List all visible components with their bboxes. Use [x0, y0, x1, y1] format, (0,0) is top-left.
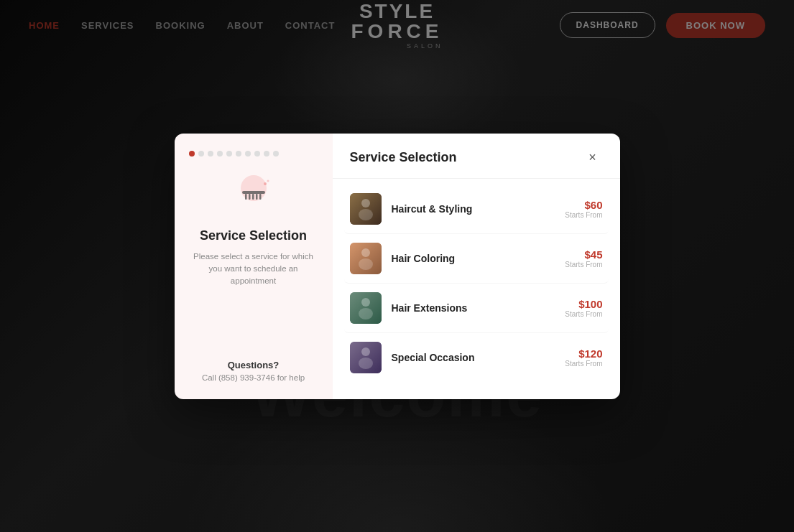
- service-pricing-extensions: $100 Starts From: [565, 298, 602, 318]
- dot-10: [273, 151, 279, 157]
- questions-section: Questions? Call (858) 939-3746 for help: [202, 360, 305, 382]
- service-selection-icon: [228, 174, 279, 217]
- svg-point-17: [359, 308, 373, 319]
- service-item-haircut[interactable]: Haircut & Styling $60 Starts From: [344, 185, 609, 234]
- dot-7: [245, 151, 251, 157]
- modal-header: Service Selection ×: [333, 134, 620, 179]
- questions-heading: Questions?: [202, 360, 305, 370]
- svg-point-16: [361, 298, 370, 307]
- svg-rect-4: [252, 194, 254, 200]
- service-thumb-haircut: [350, 193, 382, 225]
- service-price-label-extensions: Starts From: [565, 310, 602, 318]
- svg-rect-5: [256, 194, 258, 200]
- service-selection-modal: Service Selection Please select a servic…: [175, 134, 620, 399]
- service-pricing-haircut: $60 Starts From: [565, 199, 602, 219]
- dot-9: [264, 151, 269, 157]
- modal-title: Service Selection: [350, 150, 457, 165]
- service-price-extensions: $100: [565, 298, 602, 310]
- left-panel-title: Service Selection: [200, 228, 307, 243]
- service-name-haircut: Haircut & Styling: [392, 203, 566, 215]
- modal-left-panel: Service Selection Please select a servic…: [175, 134, 333, 399]
- dot-5: [226, 151, 232, 157]
- svg-point-11: [359, 209, 373, 220]
- service-price-label-coloring: Starts From: [565, 261, 602, 269]
- svg-point-20: [359, 358, 373, 369]
- services-list: Haircut & Styling $60 Starts From: [333, 179, 620, 399]
- svg-rect-6: [259, 194, 262, 200]
- service-price-label-occasion: Starts From: [565, 360, 602, 368]
- modal-overlay: Service Selection Please select a servic…: [0, 0, 794, 532]
- service-price-label-haircut: Starts From: [565, 211, 602, 219]
- dot-6: [236, 151, 241, 157]
- service-name-occasion: Special Occasion: [392, 352, 566, 363]
- service-item-occasion[interactable]: Special Occasion $120 Starts From: [344, 333, 609, 382]
- svg-rect-3: [249, 194, 251, 200]
- service-thumb-extensions: [350, 292, 382, 324]
- svg-point-7: [264, 182, 267, 185]
- svg-point-14: [359, 258, 373, 270]
- modal-close-button[interactable]: ×: [583, 148, 603, 168]
- dot-8: [254, 151, 260, 157]
- dot-3: [208, 151, 213, 157]
- dot-4: [217, 151, 223, 157]
- service-name-coloring: Hair Coloring: [392, 253, 566, 264]
- modal-right-panel: Service Selection ×: [333, 134, 620, 399]
- questions-phone: Call (858) 939-3746 for help: [202, 373, 305, 382]
- svg-point-10: [361, 199, 370, 207]
- service-pricing-coloring: $45 Starts From: [565, 248, 602, 269]
- service-price-haircut: $60: [565, 199, 602, 211]
- service-item-coloring[interactable]: Hair Coloring $45 Starts From: [344, 234, 609, 284]
- left-panel-description: Please select a service for which you wa…: [189, 251, 318, 288]
- service-thumb-occasion: [350, 342, 382, 373]
- svg-point-19: [361, 347, 370, 356]
- service-pricing-occasion: $120 Starts From: [565, 347, 602, 368]
- service-thumb-coloring: [350, 243, 382, 274]
- service-item-extensions[interactable]: Hair Extensions $100 Starts From: [344, 284, 609, 333]
- dot-1: [189, 151, 195, 157]
- svg-rect-2: [245, 194, 247, 200]
- svg-rect-1: [242, 191, 265, 194]
- service-name-extensions: Hair Extensions: [392, 302, 566, 314]
- step-dots-indicator: [189, 151, 279, 157]
- service-price-occasion: $120: [565, 347, 602, 360]
- service-price-coloring: $45: [565, 248, 602, 261]
- svg-point-13: [361, 248, 370, 257]
- svg-point-8: [267, 179, 269, 182]
- comb-scissors-icon: [232, 172, 275, 218]
- dot-2: [198, 151, 204, 157]
